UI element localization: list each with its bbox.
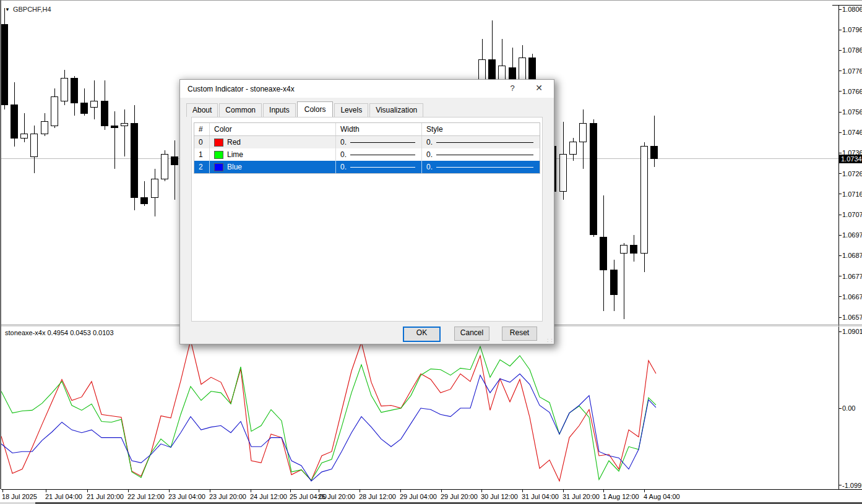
price-axis-label: 1.06970	[842, 231, 862, 239]
tab-visualization[interactable]: Visualization	[369, 103, 423, 117]
mt4-chart-window: ▼ GBPCHF,H4 1.080651.079651.078651.07765…	[0, 0, 862, 504]
ok-button[interactable]: OK	[403, 327, 441, 342]
price-axis-label: 1.06570	[842, 314, 862, 321]
reset-button[interactable]: Reset	[502, 327, 537, 341]
price-axis-label: 1.07465	[842, 129, 862, 136]
time-axis-label: 30 Jul 12:00	[481, 493, 518, 500]
candle-bear	[1, 25, 8, 105]
width-cell[interactable]: 0.	[336, 136, 422, 148]
style-value: 0.	[426, 136, 433, 148]
tab-about[interactable]: About	[186, 103, 218, 117]
candle-bear	[171, 156, 178, 164]
price-axis-label: 1.07265	[842, 170, 862, 177]
column-header: Color	[210, 123, 336, 135]
time-axis-label: 24 Jul 12:00	[250, 493, 287, 500]
dialog-titlebar[interactable]: Custom Indicator - stoneaxe-x4x ? ✕	[180, 80, 554, 98]
price-axis-label: 1.07765	[842, 67, 862, 75]
width-value: 0.	[340, 161, 347, 173]
candle-bear	[71, 79, 78, 103]
candle-bear	[590, 124, 597, 235]
time-axis-label: 31 Jul 04:00	[522, 493, 559, 500]
time-axis-label: 18 Jul 2025	[2, 493, 37, 500]
time-axis-label: 1 Aug 12:00	[603, 493, 639, 500]
symbol-period-label: ▼ GBPCHF,H4	[5, 6, 51, 13]
tab-colors[interactable]: Colors	[297, 101, 334, 117]
candle-bear	[111, 126, 118, 127]
price-axis-label: 1.07165	[842, 190, 862, 198]
style-cell[interactable]: 0.	[422, 148, 540, 161]
candle-bear	[631, 245, 637, 253]
time-axis-label: 25 Jul 20:00	[318, 493, 355, 500]
indicator-line-red	[1, 340, 656, 481]
candle-bull	[641, 147, 648, 254]
style-cell[interactable]: 0.	[422, 161, 540, 173]
price-axis-label: 1.06870	[842, 252, 862, 259]
candle-bull	[31, 134, 38, 157]
table-row[interactable]: 0Red0.0.	[194, 136, 540, 148]
resize-grip-icon[interactable]: . .. .	[547, 337, 552, 342]
color-cell[interactable]: Red	[210, 136, 336, 148]
cancel-button[interactable]: Cancel	[454, 327, 489, 341]
width-value: 0.	[340, 136, 347, 148]
close-icon[interactable]: ✕	[533, 83, 545, 95]
color-swatch	[214, 151, 223, 159]
column-header: Width	[336, 123, 422, 135]
chevron-down-icon: ▼	[5, 7, 10, 12]
color-cell[interactable]: Blue	[210, 161, 336, 173]
candle-bull	[61, 79, 68, 101]
style-line-sample	[436, 142, 533, 143]
time-axis-label: 22 Jul 12:00	[127, 493, 165, 500]
time-axis-label: 29 Jul 04:00	[400, 493, 437, 500]
width-line-sample	[350, 167, 415, 168]
tab-common[interactable]: Common	[219, 103, 262, 117]
tab-inputs[interactable]: Inputs	[263, 103, 296, 117]
width-cell[interactable]: 0.	[336, 148, 422, 161]
table-row[interactable]: 1Lime0.0.	[194, 148, 540, 161]
indicator-line-lime	[1, 346, 656, 480]
style-cell[interactable]: 0.	[422, 136, 540, 148]
time-axis-label: 28 Jul 12:00	[359, 493, 396, 500]
candle-bull	[41, 122, 48, 134]
time-axis-label: 4 Aug 04:00	[644, 493, 680, 500]
candle-bull	[162, 155, 168, 179]
candle-bull	[570, 142, 577, 155]
price-axis-label: 1.08065	[842, 6, 862, 13]
table-row[interactable]: 2Blue0.0.	[194, 161, 540, 173]
candle-bear	[101, 101, 108, 126]
column-header: Style	[422, 123, 540, 135]
current-price-tag: 1.07340	[839, 155, 862, 163]
width-line-sample	[350, 155, 415, 155]
window-top-border	[0, 0, 862, 1]
width-value: 0.	[340, 148, 347, 161]
tab-levels[interactable]: Levels	[334, 103, 368, 117]
candle-bull	[91, 101, 98, 107]
time-axis-label: 29 Jul 20:00	[441, 493, 478, 500]
window-left-border	[0, 0, 1, 489]
candle-bull	[121, 124, 128, 126]
candle-bull	[621, 245, 627, 253]
color-name: Blue	[227, 161, 242, 173]
symbol-text: GBPCHF,H4	[13, 6, 51, 13]
time-axis-label: 31 Jul 20:00	[562, 493, 600, 500]
indicator-colors-table: #ColorWidthStyle0Red0.0.1Lime0.0.2Blue0.…	[194, 122, 540, 174]
candle-bear	[611, 270, 618, 294]
indicator-axis-label: 0.00	[842, 404, 855, 412]
candle-bull	[152, 179, 158, 198]
candle-bear	[141, 198, 148, 204]
width-cell[interactable]: 0.	[336, 161, 422, 173]
color-cell[interactable]: Lime	[210, 148, 336, 161]
style-value: 0.	[426, 161, 433, 173]
row-index: 2	[194, 161, 210, 173]
candle-bull	[560, 155, 567, 192]
help-button[interactable]: ?	[507, 83, 518, 95]
indicator-axis-label: -1.0995	[842, 482, 862, 489]
color-name: Lime	[227, 148, 243, 161]
time-axis-label: 23 Jul 04:00	[168, 493, 205, 500]
price-axis-label: 1.06670	[842, 293, 862, 301]
candle-bear	[11, 105, 18, 138]
row-index: 0	[194, 136, 210, 148]
time-axis-label: 23 Jul 20:00	[209, 493, 246, 500]
row-index: 1	[194, 148, 210, 161]
colors-tab-page: #ColorWidthStyle0Red0.0.1Lime0.0.2Blue0.…	[191, 117, 543, 322]
price-axis-label: 1.07565	[842, 108, 862, 116]
